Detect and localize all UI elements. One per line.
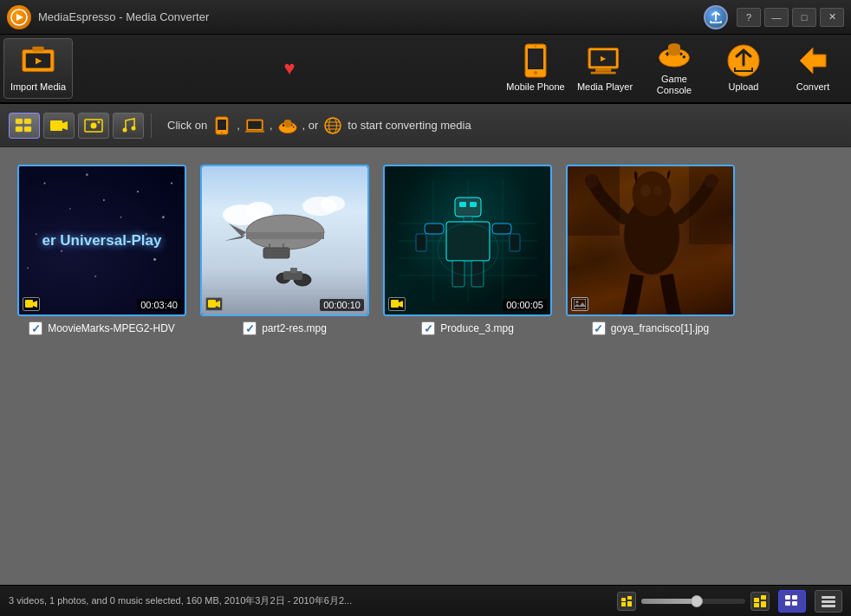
svg-rect-132: [822, 605, 835, 607]
help-button[interactable]: ?: [737, 8, 761, 27]
svg-rect-116: [574, 299, 586, 309]
filter-video-button[interactable]: [43, 113, 75, 139]
game-console-label: Game Console: [643, 74, 705, 96]
svg-point-55: [69, 208, 71, 210]
svg-rect-26: [24, 126, 31, 132]
svg-point-32: [123, 127, 127, 132]
svg-marker-106: [399, 301, 403, 308]
svg-point-30: [91, 122, 97, 128]
media-item[interactable]: er Universal-Play 00:03:: [17, 165, 186, 335]
filter-photo-button[interactable]: [78, 113, 109, 139]
import-media-label: Import Media: [10, 81, 66, 93]
svg-text:▶: ▶: [36, 56, 42, 65]
filter-hint: Click on , ,: [167, 116, 842, 135]
svg-marker-85: [216, 301, 220, 308]
app-title: MediaEspresso - Media Converter: [38, 10, 704, 23]
svg-point-54: [137, 191, 139, 192]
media-checkbox[interactable]: ✓: [29, 321, 42, 335]
svg-point-53: [86, 173, 88, 176]
video-badge: [388, 297, 406, 311]
slider-track[interactable]: [641, 599, 745, 604]
close-button[interactable]: ✕: [820, 8, 844, 27]
import-media-button[interactable]: ▶ Import Media: [3, 38, 73, 99]
maximize-button[interactable]: □: [792, 8, 816, 27]
upload-circle-button[interactable]: [704, 5, 728, 29]
thumbnail-size-slider[interactable]: [617, 592, 770, 611]
svg-marker-79: [224, 235, 246, 241]
media-checkbox[interactable]: ✓: [421, 321, 435, 335]
media-label: ✓ Produce_3.mpg: [421, 321, 514, 335]
svg-rect-46: [284, 121, 291, 126]
svg-point-65: [94, 276, 96, 277]
minimize-button[interactable]: —: [764, 8, 789, 27]
list-view-button[interactable]: [815, 590, 842, 613]
svg-rect-20: [668, 46, 680, 54]
svg-point-36: [221, 132, 223, 133]
duration-badge: 00:00:05: [503, 299, 547, 311]
convert-icon: [796, 43, 830, 78]
svg-point-43: [290, 124, 292, 126]
hint-comma-2: ,: [270, 119, 273, 132]
media-label: ✓ goya_francisco[1].jpg: [592, 321, 709, 335]
media-checkbox[interactable]: ✓: [592, 321, 606, 335]
media-filename: part2-res.mpg: [262, 322, 327, 334]
svg-rect-84: [208, 300, 216, 308]
svg-rect-101: [510, 234, 520, 251]
svg-rect-126: [785, 595, 790, 600]
mobile-phone-icon: [518, 43, 553, 78]
svg-point-112: [640, 185, 651, 197]
upload-icon: [726, 43, 761, 78]
svg-rect-39: [245, 130, 264, 132]
media-item[interactable]: 00:00:05 ✓ Produce_3.mpg: [383, 165, 552, 335]
media-player-button[interactable]: ▶ Media Player: [570, 38, 640, 99]
duration-badge: 00:00:10: [320, 299, 364, 311]
svg-rect-100: [416, 234, 426, 251]
mobile-phone-button[interactable]: Mobile Phone: [501, 38, 570, 99]
svg-rect-98: [425, 224, 444, 234]
svg-rect-103: [471, 261, 484, 287]
media-player-icon: ▶: [588, 43, 622, 78]
media-area: er Universal-Play 00:03:: [0, 147, 851, 585]
slider-thumb[interactable]: [691, 595, 703, 607]
hint-phone-icon: [212, 116, 231, 135]
svg-rect-74: [263, 248, 289, 258]
svg-rect-125: [761, 601, 766, 607]
video-badge: [23, 297, 40, 311]
svg-point-56: [162, 216, 165, 218]
slider-fill: [641, 599, 693, 604]
thumbnail-large-icon: [750, 592, 770, 611]
svg-rect-25: [16, 126, 23, 132]
svg-point-60: [61, 250, 62, 252]
svg-rect-12: [591, 72, 616, 75]
svg-rect-131: [822, 600, 835, 603]
media-checkbox[interactable]: ✓: [243, 321, 257, 335]
duration-badge: 00:03:40: [137, 299, 181, 311]
svg-rect-73: [246, 232, 324, 239]
svg-point-117: [576, 301, 579, 303]
convert-button[interactable]: Convert: [778, 38, 848, 99]
media-thumbnail: 00:00:10: [200, 165, 369, 316]
svg-point-71: [321, 196, 345, 211]
svg-rect-35: [218, 120, 226, 130]
media-item[interactable]: ✓ goya_francisco[1].jpg: [566, 165, 735, 335]
svg-marker-67: [33, 301, 37, 308]
svg-point-64: [153, 258, 156, 261]
filter-all-button[interactable]: [9, 113, 40, 139]
media-label: ✓ part2-res.mpg: [243, 321, 327, 335]
media-thumbnail: er Universal-Play 00:03:: [17, 165, 186, 316]
svg-marker-28: [62, 121, 68, 130]
game-console-button[interactable]: Game Console: [640, 38, 709, 99]
filter-music-button[interactable]: [113, 113, 144, 139]
svg-rect-23: [16, 119, 23, 124]
grid-view-button[interactable]: [778, 590, 806, 613]
svg-rect-118: [621, 598, 626, 601]
svg-rect-122: [754, 598, 759, 602]
media-filename: Produce_3.mpg: [440, 322, 514, 334]
upload-button[interactable]: Upload: [709, 38, 778, 99]
svg-rect-114: [568, 166, 620, 236]
mobile-phone-label: Mobile Phone: [506, 81, 564, 93]
svg-rect-6: [528, 49, 543, 69]
media-item[interactable]: 00:00:10 ✓ part2-res.mpg: [200, 165, 369, 335]
thumbnail-small-icon: [617, 592, 636, 611]
svg-rect-97: [446, 222, 490, 261]
